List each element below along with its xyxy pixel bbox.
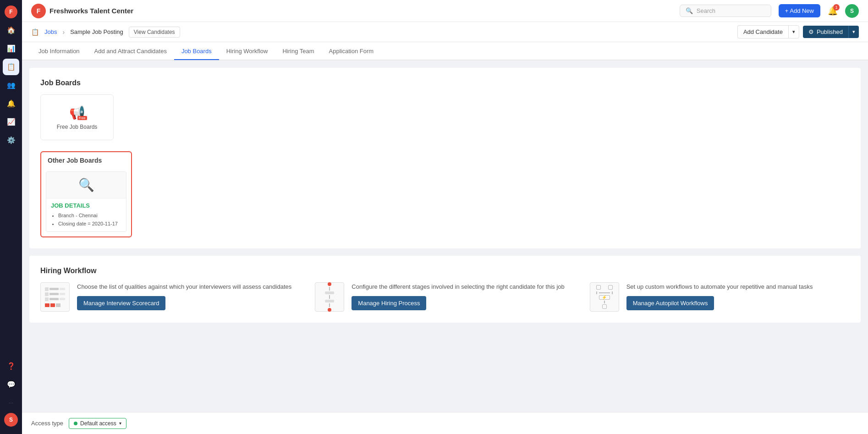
other-job-boards-box: Other Job Boards 🔍 JOB DETAILS	[40, 151, 132, 237]
published-icon: ⚙	[808, 28, 814, 35]
job-details-title: JOB DETAILS	[51, 202, 121, 209]
hiring-process-icon-box	[315, 282, 344, 312]
published-dropdown-caret[interactable]: ▾	[848, 26, 859, 38]
autopilot-description: Set up custom workflows to automate your…	[626, 282, 850, 291]
workflow-item-hiring-process: Configure the different stages involved …	[315, 282, 575, 312]
job-preview-content: JOB DETAILS Branch - Chennai Closing dat…	[46, 198, 126, 231]
add-candidate-caret[interactable]: ▾	[788, 25, 799, 38]
sidebar-item-more[interactable]: ⋯	[3, 395, 19, 411]
manage-autopilot-workflows-button[interactable]: Manage Autopilot Workflows	[626, 296, 714, 310]
tab-application-form[interactable]: Application Form	[322, 43, 381, 60]
autopilot-workflow-text: Set up custom workflows to automate your…	[626, 282, 850, 310]
logo-area: F Freshworks Talent Center	[31, 4, 133, 18]
notification-bell[interactable]: 🔔 1	[828, 6, 838, 16]
add-new-button[interactable]: + Add New	[779, 4, 820, 17]
breadcrumb-separator: ›	[62, 28, 65, 36]
sidebar-item-help[interactable]: ❓	[3, 358, 19, 374]
manage-hiring-process-button[interactable]: Manage Hiring Process	[352, 296, 426, 310]
sidebar-item-home[interactable]: 🏠	[3, 22, 19, 38]
access-dot-icon	[74, 422, 77, 425]
app-logo: F	[31, 4, 46, 18]
job-detail-closing: Closing date = 2020-11-17	[58, 220, 121, 228]
access-type-value: Default access	[80, 420, 116, 427]
tab-job-information[interactable]: Job Information	[31, 43, 87, 60]
scorecard-description: Choose the list of qualities against whi…	[77, 282, 300, 291]
hiring-workflow-title: Hiring Workflow	[40, 267, 850, 275]
sidebar-item-settings[interactable]: ⚙️	[3, 132, 19, 148]
search-placeholder: Search	[697, 7, 715, 14]
workflow-items: Choose the list of qualities against whi…	[40, 282, 850, 312]
job-preview-card[interactable]: 🔍 JOB DETAILS Branch - Chennai Closing d…	[46, 171, 126, 232]
main-content: F Freshworks Talent Center 🔍 Search + Ad…	[22, 0, 868, 434]
job-preview-image: 🔍	[46, 172, 126, 198]
top-header: F Freshworks Talent Center 🔍 Search + Ad…	[22, 0, 868, 22]
breadcrumb-current-page: Sample Job Posting	[70, 28, 123, 35]
content-area: Job Boards 📢 Free Free Job Boards Other	[22, 60, 868, 412]
search-bar[interactable]: 🔍 Search	[680, 5, 771, 17]
sidebar-item-notifications[interactable]: 🔔	[3, 95, 19, 112]
sidebar-user-avatar[interactable]: S	[4, 413, 18, 427]
published-group: ⚙ Published ▾	[803, 26, 859, 38]
tab-hiring-team[interactable]: Hiring Team	[275, 43, 321, 60]
manage-interview-scorecard-button[interactable]: Manage Interview Scorecard	[77, 296, 165, 310]
other-job-boards-section: Other Job Boards 🔍 JOB DETAILS	[40, 151, 850, 237]
access-bar: Access type Default access ▾	[22, 412, 868, 434]
job-details-list: Branch - Chennai Closing date = 2020-11-…	[51, 212, 121, 228]
app-title: Freshworks Talent Center	[49, 7, 133, 15]
scorecard-icon-box	[40, 282, 70, 312]
sidebar-item-dashboard[interactable]: 📊	[3, 40, 19, 57]
published-button[interactable]: ⚙ Published	[803, 26, 848, 38]
add-candidate-button[interactable]: Add Candidate	[737, 25, 788, 38]
add-candidate-group: Add Candidate ▾	[737, 25, 799, 38]
free-job-boards-card[interactable]: 📢 Free Free Job Boards	[40, 94, 114, 140]
access-type-label: Access type	[31, 420, 63, 427]
breadcrumb-jobs-icon: 📋	[31, 28, 39, 36]
sidebar-item-chat[interactable]: 💬	[3, 376, 19, 393]
other-job-boards-title: Other Job Boards	[41, 152, 131, 167]
hiring-process-description: Configure the different stages involved …	[352, 282, 575, 291]
job-boards-section: Job Boards 📢 Free Free Job Boards Other	[29, 68, 861, 248]
sidebar-item-candidates[interactable]: 👥	[3, 77, 19, 93]
job-detail-branch: Branch - Chennai	[58, 212, 121, 220]
scorecard-workflow-text: Choose the list of qualities against whi…	[77, 282, 300, 310]
view-candidates-button[interactable]: View Candidates	[129, 27, 180, 38]
sidebar-item-reports[interactable]: 📈	[3, 114, 19, 130]
autopilot-icon-box: ⚡	[590, 282, 619, 312]
workflow-item-scorecard: Choose the list of qualities against whi…	[40, 282, 300, 312]
workflow-item-autopilot: ⚡ Set up custom workflows to automate yo…	[590, 282, 850, 312]
tab-hiring-workflow[interactable]: Hiring Workflow	[219, 43, 275, 60]
breadcrumb-jobs-link[interactable]: Jobs	[44, 28, 57, 35]
access-caret-icon: ▾	[119, 421, 121, 426]
published-label: Published	[817, 28, 843, 35]
search-icon: 🔍	[686, 7, 693, 14]
user-avatar[interactable]: S	[845, 4, 859, 18]
access-type-button[interactable]: Default access ▾	[69, 418, 126, 429]
hiring-workflow-section: Hiring Workflow	[29, 256, 861, 323]
hiring-process-workflow-text: Configure the different stages involved …	[352, 282, 575, 310]
free-badge: Free	[77, 116, 87, 120]
sidebar-item-jobs[interactable]: 📋	[3, 59, 19, 75]
sidebar: F 🏠 📊 📋 👥 🔔 📈 ⚙️ ❓ 💬 ⋯ S	[0, 0, 22, 434]
job-boards-title: Job Boards	[40, 79, 850, 87]
job-boards-grid: 📢 Free Free Job Boards	[40, 94, 850, 140]
job-search-icon: 🔍	[78, 177, 94, 192]
free-job-boards-label: Free Job Boards	[57, 124, 98, 130]
sidebar-logo[interactable]: F	[3, 4, 19, 20]
tab-add-attract-candidates[interactable]: Add and Attract Candidates	[87, 43, 174, 60]
breadcrumb-bar: 📋 Jobs › Sample Job Posting View Candida…	[22, 22, 868, 42]
sub-nav: Job Information Add and Attract Candidat…	[22, 42, 868, 60]
free-job-boards-icon: 📢 Free	[69, 105, 85, 120]
notification-badge: 1	[833, 4, 840, 11]
tab-job-boards[interactable]: Job Boards	[174, 43, 219, 60]
